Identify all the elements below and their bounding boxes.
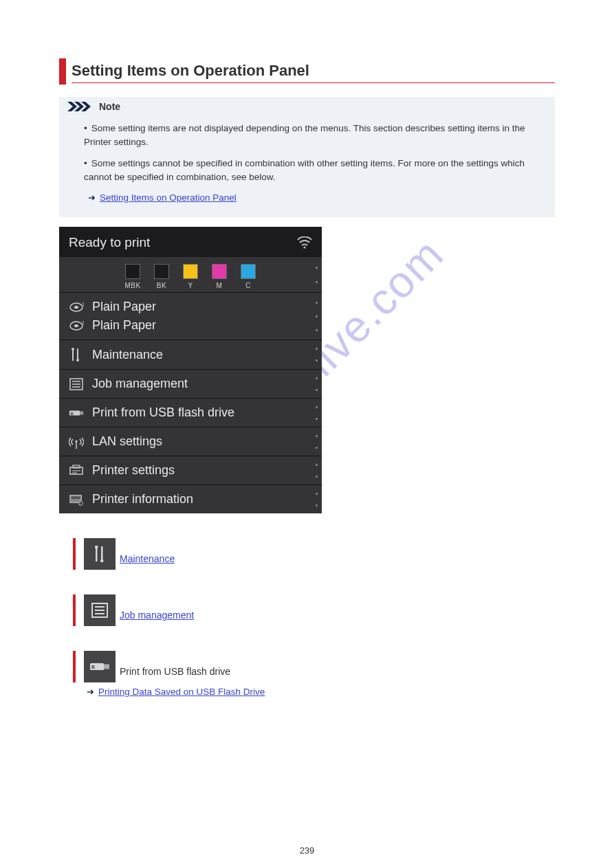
svg-rect-40 [104, 665, 109, 669]
menu-printer-information[interactable]: i Printer information [59, 485, 322, 513]
svg-point-3 [303, 247, 305, 249]
menu-printer-info-label: Printer information [92, 492, 193, 507]
ink-label-mbk: MBK [124, 282, 140, 289]
usb-drive-icon: B [84, 651, 116, 682]
paper-1-label: Plain Paper [92, 300, 156, 314]
note-block: Note Some setting items are not displaye… [59, 97, 555, 217]
svg-rect-32 [101, 546, 103, 561]
scroll-dots-icon [316, 456, 318, 485]
ink-swatch-y [183, 264, 198, 279]
scroll-dots-icon [316, 485, 318, 513]
paper-2-label: Plain Paper [92, 318, 156, 333]
note-line-2: Some settings cannot be specified in com… [84, 157, 547, 185]
ink-swatch-mbk [125, 264, 140, 279]
note-line-1: Some setting items are not displayed dep… [84, 122, 547, 150]
arrow-right-icon: ➜ [87, 687, 94, 697]
menu-lan-label: LAN settings [92, 434, 162, 449]
scroll-dots-icon [316, 399, 318, 427]
ink-label-bk: BK [157, 282, 166, 289]
scroll-dots-icon [316, 370, 318, 398]
menu-maintenance[interactable]: Maintenance [59, 340, 322, 370]
menu-printer-settings-label: Printer settings [92, 463, 175, 478]
ink-swatch-bk [154, 264, 169, 279]
printer-touchscreen: Ready to print MBK BK Y [59, 227, 322, 513]
usb-reference-link[interactable]: Printing Data Saved on USB Flash Drive [98, 687, 265, 697]
svg-point-5 [74, 306, 78, 309]
note-chevrons-icon [67, 102, 95, 111]
maintenance-tools-icon [84, 538, 116, 570]
job-list-icon [69, 378, 84, 390]
title-accent [59, 58, 66, 85]
item-print-from-usb: B Print from USB flash drive [73, 651, 555, 682]
svg-rect-31 [96, 546, 98, 561]
svg-marker-0 [67, 102, 77, 111]
printer-settings-icon [69, 465, 84, 477]
note-cross-ref-link[interactable]: Setting Items on Operation Panel [100, 191, 237, 205]
menu-printer-settings[interactable]: Printer settings [59, 456, 322, 485]
svg-point-34 [100, 559, 104, 563]
antenna-icon [69, 435, 84, 449]
scroll-dots-icon [316, 340, 318, 369]
scroll-dots-icon [316, 293, 318, 340]
item-accent-bar [73, 594, 76, 626]
svg-text:i: i [80, 502, 80, 506]
roll-paper-1-icon: 1 [69, 302, 84, 313]
maintenance-link[interactable]: Maintenance [120, 553, 175, 564]
ink-label-y: Y [188, 282, 193, 289]
title-underline: Setting Items on Operation Panel [72, 62, 555, 83]
usb-item-text: Print from USB flash drive [120, 666, 230, 677]
page-number: 239 [0, 845, 614, 856]
svg-point-8 [74, 324, 78, 327]
svg-text:B: B [91, 665, 95, 669]
svg-rect-24 [73, 465, 80, 468]
ink-label-c: C [245, 282, 251, 289]
printer-info-icon: i [69, 493, 84, 507]
note-label: Note [99, 101, 120, 112]
screen-status-text: Ready to print [69, 235, 150, 250]
menu-job-management[interactable]: Job management [59, 370, 322, 399]
roll-paper-2-icon: 2 [69, 320, 84, 331]
svg-point-22 [75, 440, 77, 442]
svg-point-13 [76, 359, 79, 361]
svg-rect-19 [80, 411, 83, 414]
ink-label-m: M [217, 282, 223, 289]
job-list-icon [84, 594, 116, 626]
menu-usb-label: Print from USB flash drive [92, 405, 234, 420]
usb-drive-icon: B [69, 408, 84, 418]
menu-print-from-usb[interactable]: B Print from USB flash drive [59, 399, 322, 427]
svg-text:2: 2 [82, 320, 84, 325]
maintenance-tools-icon [69, 347, 84, 362]
menu-maintenance-label: Maintenance [92, 348, 163, 362]
wifi-icon [297, 236, 312, 249]
svg-rect-28 [72, 496, 80, 499]
menu-job-label: Job management [92, 377, 188, 391]
svg-text:B: B [71, 411, 74, 415]
arrow-right-icon: ➜ [88, 191, 96, 205]
ink-levels-row[interactable]: MBK BK Y M C [59, 257, 322, 293]
menu-lan-settings[interactable]: LAN settings [59, 427, 322, 456]
item-maintenance: Maintenance [73, 538, 555, 570]
ink-swatch-m [212, 264, 227, 279]
job-management-link[interactable]: Job management [120, 610, 194, 621]
ink-swatch-c [241, 264, 256, 279]
svg-point-33 [95, 546, 98, 549]
page-title: Setting Items on Operation Panel [72, 62, 309, 79]
item-accent-bar [73, 538, 76, 570]
paper-source-row[interactable]: 1 Plain Paper 2 Plain Paper [59, 293, 322, 340]
scroll-dots-icon [316, 427, 318, 456]
item-job-management: Job management [73, 594, 555, 626]
svg-text:1: 1 [82, 302, 84, 307]
item-accent-bar [73, 651, 76, 682]
svg-point-12 [72, 348, 74, 350]
scroll-dots-icon [316, 257, 318, 292]
page-title-bar: Setting Items on Operation Panel [59, 58, 555, 85]
